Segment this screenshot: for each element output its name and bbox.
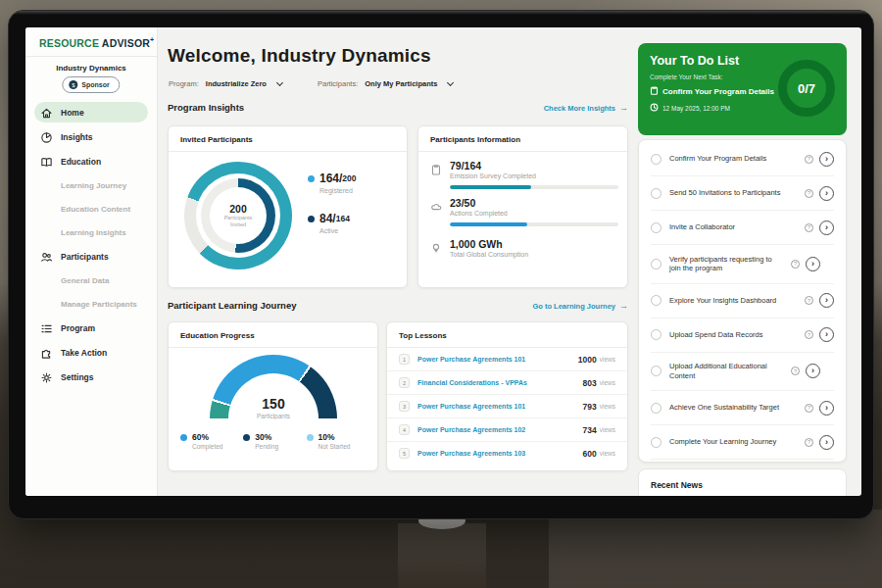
rank-badge: 4 bbox=[399, 424, 410, 435]
question-icon[interactable]: ? bbox=[805, 155, 813, 164]
task-checkbox[interactable] bbox=[651, 222, 662, 233]
gauge-legend: 60% Completed 30% Pending 10% Not Starte… bbox=[180, 432, 369, 450]
views-count: 793 bbox=[583, 402, 597, 412]
question-icon[interactable]: ? bbox=[805, 223, 813, 232]
lesson-link[interactable]: Power Purchase Agreements 102 bbox=[417, 426, 583, 433]
metric-label: Total Global Consumption bbox=[450, 251, 615, 258]
pending-dot-icon bbox=[243, 434, 250, 441]
lesson-link[interactable]: Power Purchase Agreements 101 bbox=[417, 403, 583, 410]
lesson-link[interactable]: Power Purchase Agreements 103 bbox=[417, 450, 583, 457]
task-checkbox[interactable] bbox=[651, 366, 662, 376]
question-icon[interactable]: ? bbox=[805, 330, 813, 339]
task-chevron-button[interactable]: › bbox=[819, 152, 834, 167]
task-chevron-button[interactable]: › bbox=[806, 364, 820, 378]
sponsor-badge[interactable]: $ Sponsor bbox=[62, 76, 120, 93]
cloud-icon bbox=[430, 199, 442, 211]
sidebar-item-general-data[interactable]: General Data bbox=[25, 269, 157, 292]
views-count: 600 bbox=[583, 449, 597, 459]
active-total: 164 bbox=[336, 214, 350, 223]
sidebar-item-education[interactable]: Education bbox=[25, 149, 157, 173]
task-checkbox[interactable] bbox=[651, 437, 662, 448]
sidebar-item-education-content[interactable]: Education Content bbox=[25, 197, 157, 220]
sponsor-coin-icon: $ bbox=[69, 80, 77, 89]
sidebar-item-learning-insights[interactable]: Learning Insights bbox=[25, 220, 157, 244]
donut-center-label: Participants Invited bbox=[216, 215, 261, 228]
lesson-link[interactable]: Financial Considerations - VPPAs bbox=[417, 379, 583, 386]
task-row: Complete Your Learning Journey ? › bbox=[651, 425, 834, 460]
task-chevron-button[interactable]: › bbox=[819, 401, 834, 416]
legend-not-started: 10% Not Started bbox=[307, 432, 369, 450]
task-checkbox[interactable] bbox=[651, 329, 662, 340]
lesson-row: 1 Power Purchase Agreements 101 1000 vie… bbox=[387, 348, 627, 371]
legend-completed: 60% Completed bbox=[180, 432, 243, 450]
card-title: Invited Participants bbox=[169, 126, 407, 152]
task-checkbox[interactable] bbox=[651, 188, 662, 199]
chevron-down-icon[interactable] bbox=[276, 79, 283, 86]
sidebar-item-learning-journey[interactable]: Learning Journey bbox=[25, 173, 157, 197]
sidebar-item-label: General Data bbox=[61, 276, 109, 285]
recent-news-title: Recent News bbox=[651, 480, 834, 490]
gauge-center-label: Participants bbox=[210, 413, 337, 419]
sidebar-item-label: Home bbox=[61, 108, 84, 118]
views-suffix: views bbox=[600, 379, 615, 386]
task-chevron-button[interactable]: › bbox=[819, 186, 834, 201]
sidebar-item-home[interactable]: Home bbox=[34, 102, 148, 122]
participants-filter-select[interactable]: Only My Participants bbox=[365, 79, 437, 88]
task-row: Upload Additional Educational Content ? … bbox=[651, 353, 834, 392]
task-label: Achieve One Sustainability Target bbox=[669, 403, 799, 413]
task-row: Explore Your Insights Dashboard ? › bbox=[651, 284, 834, 318]
views-suffix: views bbox=[600, 426, 615, 433]
filter-bar: Program: Industrialize Zero Participants… bbox=[169, 79, 453, 88]
dashboard-screen: RESOURCE ADVISOR+ Industry Dynamics $ Sp… bbox=[25, 27, 861, 496]
task-row: Send 50 Invitations to Participants ? › bbox=[651, 176, 834, 211]
question-icon[interactable]: ? bbox=[805, 404, 813, 413]
card-title: Education Progress bbox=[169, 322, 377, 348]
participants-information-card: Participants Information 79/164 Emission… bbox=[417, 125, 628, 288]
question-icon[interactable]: ? bbox=[805, 438, 813, 447]
task-chevron-button[interactable]: › bbox=[819, 435, 834, 450]
task-checkbox[interactable] bbox=[651, 154, 662, 165]
registered-total: 200 bbox=[342, 173, 356, 183]
lesson-link[interactable]: Power Purchase Agreements 101 bbox=[417, 356, 578, 363]
task-checkbox[interactable] bbox=[651, 259, 662, 270]
todo-progress-ring: 0/7 bbox=[778, 60, 835, 117]
task-chevron-button[interactable]: › bbox=[819, 327, 834, 342]
sidebar-item-label: Manage Participants bbox=[61, 300, 137, 309]
puzzle-icon bbox=[40, 346, 53, 359]
list-icon bbox=[40, 321, 53, 334]
question-icon[interactable]: ? bbox=[791, 260, 800, 269]
section-title: Participant Learning Journey bbox=[168, 300, 296, 311]
metric-value: 79/164 bbox=[450, 160, 618, 172]
progress-track bbox=[450, 185, 618, 189]
task-checkbox[interactable] bbox=[651, 295, 662, 306]
sidebar-item-settings[interactable]: Settings bbox=[25, 365, 157, 389]
consumption-row: 1,000 GWh Total Global Consumption bbox=[418, 226, 627, 258]
sidebar-item-program[interactable]: Program bbox=[25, 316, 157, 340]
monitor-bezel: RESOURCE ADVISOR+ Industry Dynamics $ Sp… bbox=[8, 10, 874, 519]
sidebar-item-participants[interactable]: Participants bbox=[25, 244, 157, 269]
task-chevron-button[interactable]: › bbox=[819, 220, 834, 235]
sidebar-item-manage-participants[interactable]: Manage Participants bbox=[25, 292, 157, 316]
sidebar-item-label: Education bbox=[61, 157, 101, 167]
question-icon[interactable]: ? bbox=[791, 367, 800, 375]
rank-badge: 2 bbox=[399, 377, 410, 388]
task-label: Confirm Your Program Details bbox=[669, 154, 799, 164]
task-checkbox[interactable] bbox=[651, 403, 662, 414]
sidebar-item-take-action[interactable]: Take Action bbox=[25, 340, 157, 365]
todo-tasks-card: Confirm Your Program Details ? › Send 50… bbox=[638, 139, 847, 463]
card-title: Top Lessons bbox=[387, 322, 627, 348]
chevron-down-icon[interactable] bbox=[447, 79, 454, 86]
sidebar-nav: Home Insights Education Learning Journey… bbox=[25, 100, 157, 389]
task-chevron-button[interactable]: › bbox=[819, 293, 834, 308]
todo-counter: 0/7 bbox=[798, 81, 815, 96]
question-icon[interactable]: ? bbox=[805, 189, 813, 198]
go-to-learning-journey-link[interactable]: Go to Learning Journey→ bbox=[532, 301, 628, 311]
program-filter-select[interactable]: Industrialize Zero bbox=[206, 79, 267, 88]
check-more-insights-link[interactable]: Check More Insights→ bbox=[544, 103, 628, 113]
task-row: Invite a Collaborator ? › bbox=[651, 211, 834, 245]
pending-label: Pending bbox=[255, 443, 306, 450]
question-icon[interactable]: ? bbox=[805, 296, 813, 305]
sidebar-item-insights[interactable]: Insights bbox=[25, 124, 157, 149]
actions-completed-row: 23/50 Actions Completed bbox=[418, 189, 627, 226]
task-chevron-button[interactable]: › bbox=[806, 257, 820, 271]
